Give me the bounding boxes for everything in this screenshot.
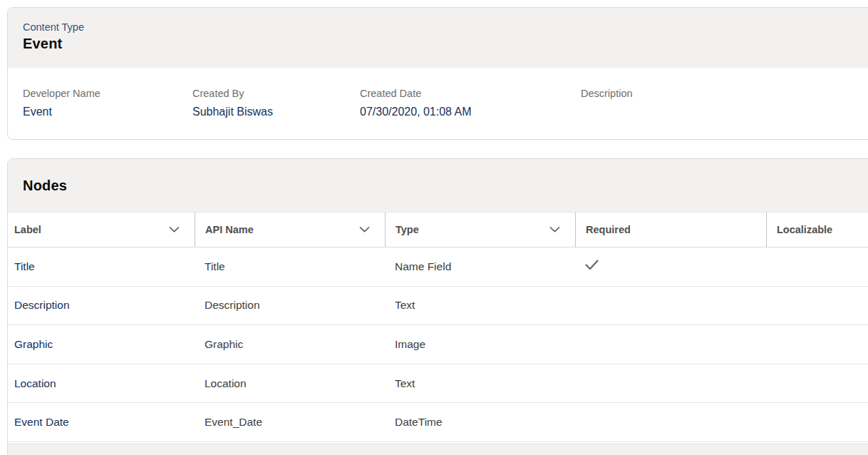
cell-type: Name Field (385, 247, 575, 286)
field-label: Created Date (360, 87, 581, 101)
cell-required (575, 364, 766, 403)
field-label: Developer Name (23, 87, 192, 101)
nodes-title: Nodes (23, 178, 67, 194)
node-link[interactable]: Event Date (14, 416, 69, 429)
field-label: Description (581, 87, 795, 101)
cell-localizable (766, 287, 868, 325)
chevron-down-icon[interactable] (169, 227, 180, 233)
cell-type: DateTime (385, 403, 575, 441)
field-description: Description (581, 87, 795, 119)
entity-label: Content Type (23, 21, 868, 34)
content-type-card: Content Type Event Developer Name Event … (7, 7, 868, 140)
cell-label: Location (8, 364, 195, 403)
chevron-down-icon[interactable] (549, 227, 560, 233)
table-row-graphic: Graphic Graphic Image (8, 325, 868, 364)
cell-localizable (766, 403, 868, 441)
cell-label: Description (8, 287, 195, 325)
cell-localizable (766, 325, 868, 364)
field-created-by: Created By Subhajit Biswas (192, 87, 360, 119)
column-header-label[interactable]: Label (8, 213, 195, 247)
nodes-card-header: Nodes (8, 159, 868, 212)
page: Content Type Event Developer Name Event … (0, 0, 868, 455)
cell-localizable (766, 364, 868, 403)
cell-label: Event Date (8, 403, 195, 441)
field-value: Event (23, 104, 192, 119)
nodes-table-header: Label API Name Type Required (8, 212, 868, 247)
column-header-type[interactable]: Type (385, 213, 575, 247)
column-header-text: Type (396, 224, 419, 235)
cell-api-name: Title (195, 247, 385, 286)
cell-required (575, 403, 766, 441)
table-row-description: Description Description Text (8, 287, 868, 326)
column-header-text: API Name (205, 224, 254, 235)
field-developer-name: Developer Name Event (23, 87, 192, 119)
nodes-card: Nodes Label API Name Type (7, 158, 868, 455)
cell-label: Graphic (8, 325, 195, 364)
chevron-down-icon[interactable] (359, 227, 370, 233)
field-value: 07/30/2020, 01:08 AM (360, 104, 581, 119)
column-header-text: Label (14, 224, 41, 235)
table-row-title: Title Title Name Field (8, 247, 868, 287)
cell-api-name: Location (195, 364, 385, 403)
cell-type: Text (385, 364, 575, 403)
node-link[interactable]: Description (14, 299, 70, 312)
cell-required (575, 325, 766, 364)
created-by-link[interactable]: Subhajit Biswas (192, 104, 360, 119)
column-header-text: Localizable (777, 224, 832, 235)
cell-label: Title (8, 247, 195, 286)
record-detail-fields: Developer Name Event Created By Subhajit… (8, 68, 868, 119)
node-link[interactable]: Location (14, 377, 56, 390)
column-header-localizable: Localizable (766, 213, 868, 247)
node-link[interactable]: Title (14, 260, 35, 273)
field-label: Created By (192, 87, 360, 101)
cell-api-name: Description (195, 287, 385, 325)
record-title: Event (23, 34, 868, 53)
checkmark-icon (585, 260, 599, 273)
table-row-event-date: Event Date Event_Date DateTime (8, 403, 868, 442)
table-row-location: Location Location Text (8, 364, 868, 404)
cell-api-name: Graphic (195, 325, 385, 364)
node-link[interactable]: Graphic (14, 338, 53, 351)
table-footer-strip (8, 444, 868, 455)
cell-api-name: Event_Date (195, 403, 385, 441)
column-header-api-name[interactable]: API Name (195, 213, 385, 247)
cell-type: Text (385, 287, 575, 325)
cell-required (575, 247, 766, 286)
cell-type: Image (385, 325, 575, 364)
record-card-header: Content Type Event (8, 8, 868, 68)
field-created-date: Created Date 07/30/2020, 01:08 AM (360, 87, 581, 119)
cell-required (575, 287, 766, 325)
cell-localizable (766, 247, 868, 286)
column-header-text: Required (586, 224, 631, 235)
column-header-required: Required (575, 213, 766, 247)
